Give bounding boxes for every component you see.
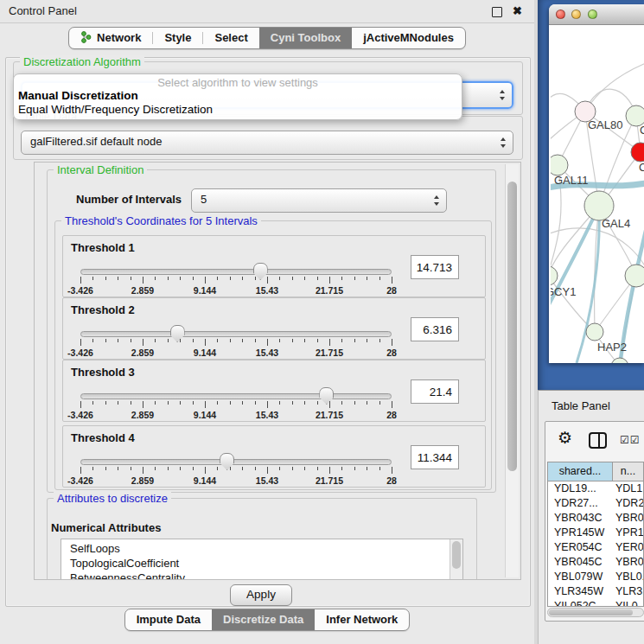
threshold-3-value-field[interactable]: 21.4	[411, 379, 459, 404]
network-canvas-wrap[interactable]: GAL80GCGAL11GAL4GCY1HHAP2	[551, 25, 644, 363]
slider-track[interactable]	[80, 331, 392, 337]
close-icon[interactable]: ✖	[513, 3, 522, 19]
threshold-3-box: Threshold 3 -3.4262.8599.14415.4321.7152…	[62, 360, 486, 422]
network-node[interactable]	[551, 266, 558, 285]
table-cell[interactable]: YIL0...	[612, 599, 643, 607]
table-panel-body: ⚙ ☑☑ shared... n... YDL19...YDL1...YDR27…	[545, 421, 644, 622]
slider-tick-label: 21.715	[316, 348, 343, 358]
select-columns-checkboxes-icon[interactable]: ☑☑	[620, 434, 641, 446]
numerical-attributes-list[interactable]: SelfLoopsTopologicalCoefficientBetweenne…	[61, 539, 463, 580]
control-panel: Control Panel ✖ Network Style Selec	[0, 0, 534, 644]
close-traffic-light-icon[interactable]	[556, 10, 565, 19]
network-window-titlebar[interactable]	[549, 4, 644, 25]
slider-track[interactable]	[80, 459, 392, 465]
network-canvas[interactable]: GAL80GCGAL11GAL4GCY1HHAP2	[551, 25, 644, 363]
threshold-2-slider[interactable]: -3.4262.8599.14415.4321.71528	[80, 324, 392, 357]
table-data-combo[interactable]: galFiltered.sif default node	[21, 131, 513, 155]
tab-select[interactable]: Select	[203, 28, 258, 48]
show-columns-icon[interactable]	[589, 432, 607, 449]
table-cell[interactable]: YBR045C	[548, 555, 612, 570]
table-cell[interactable]: YIL052C	[548, 599, 612, 607]
scrollbar-thumb[interactable]	[452, 541, 461, 569]
network-node[interactable]	[586, 323, 603, 341]
slider-thumb[interactable]	[319, 387, 334, 405]
table-cell[interactable]: YDL19...	[548, 481, 612, 496]
slider-thumb[interactable]	[170, 325, 185, 342]
table-row[interactable]: YIL052CYIL0...	[548, 599, 643, 607]
zoom-traffic-light-icon[interactable]	[588, 10, 597, 19]
table-header-row: shared... n...	[548, 462, 643, 481]
tab-jactivemnodules[interactable]: jActiveMNodules	[352, 28, 465, 48]
table-cell[interactable]: YBR0...	[612, 555, 643, 570]
tab-cyni-toolbox[interactable]: Cyni Toolbox	[259, 28, 352, 48]
dropdown-hint-item[interactable]: Select algorithm to view settings	[14, 76, 462, 89]
slider-tick-label: 2.859	[131, 410, 154, 420]
slider-tick-label: 9.144	[194, 475, 216, 486]
tab-infer-network[interactable]: Infer Network	[315, 609, 409, 630]
table-row[interactable]: YER054CYER0...	[548, 540, 643, 555]
table-cell[interactable]: YPR1...	[612, 526, 643, 540]
table-row[interactable]: YPR145WYPR1...	[548, 526, 643, 540]
horizontal-scrollbar[interactable]	[547, 608, 644, 617]
threshold-1-value-field[interactable]: 14.713	[411, 255, 459, 279]
table-cell[interactable]: YDR27...	[548, 496, 612, 511]
table-cell[interactable]: YBL079W	[548, 570, 612, 584]
network-node[interactable]	[551, 155, 568, 175]
num-intervals-combo[interactable]: 5	[191, 188, 447, 213]
attribute-list-item[interactable]: SelfLoops	[70, 541, 462, 556]
tab-impute-data[interactable]: Impute Data	[125, 609, 212, 630]
attribute-list-item[interactable]: BetweennessCentrality	[70, 571, 462, 580]
slider-thumb[interactable]	[220, 453, 234, 470]
table-cell[interactable]: YLR3...	[612, 584, 643, 599]
threshold-4-slider[interactable]: -3.4262.8599.14415.4321.71528	[80, 452, 392, 485]
table-cell[interactable]: YDR2...	[612, 496, 643, 511]
minimize-traffic-light-icon[interactable]	[571, 10, 581, 19]
network-node[interactable]	[631, 143, 644, 162]
combo-arrows-icon	[500, 137, 507, 148]
table-cell[interactable]: YDL1...	[612, 481, 643, 496]
float-window-icon[interactable]	[492, 7, 502, 17]
tab-style[interactable]: Style	[153, 28, 202, 48]
table-cell[interactable]: YBL0...	[612, 570, 643, 584]
table-row[interactable]: YDL19...YDL1...	[548, 481, 643, 496]
vertical-scrollbar[interactable]	[505, 164, 519, 577]
threshold-1-slider[interactable]: -3.4262.8599.14415.4321.71528	[80, 262, 392, 295]
group-title: Attributes to discretize	[54, 492, 171, 505]
network-node-label: GAL80	[588, 118, 622, 131]
threshold-3-slider[interactable]: -3.4262.8599.14415.4321.71528	[80, 386, 392, 419]
threshold-4-value-field[interactable]: 11.344	[411, 445, 459, 469]
table-row[interactable]: YBR043CYBR0...	[548, 511, 643, 526]
apply-button[interactable]: Apply	[230, 584, 292, 606]
node-table[interactable]: shared... n... YDL19...YDL1...YDR27...YD…	[547, 462, 644, 607]
column-header-shared-name[interactable]: shared...	[548, 462, 613, 481]
slider-tick-label: 9.144	[194, 410, 216, 420]
list-scrollbar[interactable]	[450, 539, 462, 579]
slider-track[interactable]	[80, 269, 392, 275]
table-cell[interactable]: YER0...	[612, 540, 643, 555]
dropdown-item-equal-width-frequency[interactable]: Equal Width/Frequency Discretization	[14, 103, 462, 117]
dropdown-item-manual-discretization[interactable]: Manual Discretization	[14, 89, 462, 103]
network-node[interactable]	[625, 265, 644, 287]
gear-icon[interactable]: ⚙	[558, 429, 572, 448]
scrollbar-thumb[interactable]	[549, 609, 633, 615]
table-cell[interactable]: YBR0...	[612, 511, 643, 526]
column-header-name[interactable]: n...	[613, 462, 643, 481]
attribute-list-item[interactable]: TopologicalCoefficient	[70, 556, 462, 571]
table-row[interactable]: YDR27...YDR2...	[548, 496, 643, 511]
table-row[interactable]: YLR345WYLR3...	[548, 584, 643, 599]
table-cell[interactable]: YPR145W	[548, 526, 612, 540]
table-cell[interactable]: YER054C	[548, 540, 612, 555]
slider-track[interactable]	[80, 393, 392, 399]
scrollbar-thumb[interactable]	[507, 182, 517, 471]
table-cell[interactable]: YLR345W	[548, 584, 612, 599]
network-node[interactable]	[584, 191, 614, 220]
table-row[interactable]: YBL079WYBL0...	[548, 570, 643, 584]
network-window[interactable]: GAL80GCGAL11GAL4GCY1HHAP2	[549, 4, 644, 363]
threshold-2-value-field[interactable]: 6.316	[411, 317, 459, 341]
tab-network[interactable]: Network	[69, 28, 152, 48]
tab-discretize-data[interactable]: Discretize Data	[212, 609, 315, 630]
table-row[interactable]: YBR045CYBR0...	[548, 555, 643, 570]
table-cell[interactable]: YBR043C	[548, 511, 612, 526]
algorithm-dropdown-popup: Select algorithm to view settings Manual…	[13, 73, 462, 120]
slider-tick-label: 21.715	[316, 285, 343, 296]
